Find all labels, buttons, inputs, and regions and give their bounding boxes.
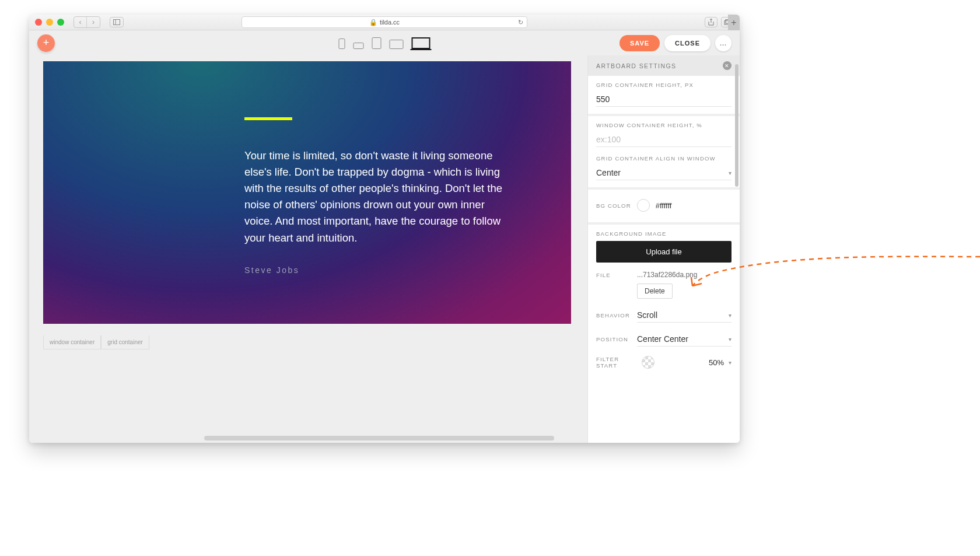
- svg-rect-0: [114, 20, 120, 25]
- quote-author[interactable]: Steve Jobs: [244, 265, 299, 275]
- show-sidebar-button[interactable]: [110, 17, 124, 27]
- save-button[interactable]: SAVE: [620, 35, 660, 51]
- workspace: Your time is limited, so don't waste it …: [29, 55, 740, 443]
- accent-bar[interactable]: [244, 117, 292, 120]
- tab-window-container[interactable]: window container: [43, 335, 101, 349]
- tab-grid-container[interactable]: grid container: [101, 335, 149, 349]
- window-height-label: WINDOW CONTAINER HEIGHT, %: [596, 122, 732, 128]
- position-label: POSITION: [596, 336, 637, 342]
- device-tablet-landscape[interactable]: [390, 40, 404, 49]
- browser-nav-arrows: ‹ ›: [74, 16, 100, 28]
- chevron-down-icon: ▾: [729, 170, 732, 176]
- artboard[interactable]: Your time is limited, so don't waste it …: [43, 61, 571, 324]
- panel-close-button[interactable]: ✕: [723, 61, 732, 70]
- editor-topbar: + SAVE CLOSE ...: [29, 30, 740, 55]
- traffic-lights: [35, 19, 64, 26]
- device-phone-landscape[interactable]: [354, 43, 364, 49]
- grid-height-input[interactable]: [596, 92, 732, 107]
- grid-height-label: GRID CONTAINER HEIGHT, PX: [596, 82, 732, 88]
- device-phone[interactable]: [339, 39, 345, 49]
- add-block-button[interactable]: +: [37, 34, 55, 52]
- more-button[interactable]: ...: [715, 35, 732, 51]
- grid-align-value: Center: [596, 168, 621, 177]
- panel-title: ARTBOARD SETTINGS: [596, 62, 676, 69]
- share-button[interactable]: [705, 17, 718, 27]
- zoom-window-dot[interactable]: [57, 19, 64, 26]
- behavior-label: BEHAVIOR: [596, 312, 637, 319]
- position-value: Center Center: [637, 334, 688, 344]
- back-button[interactable]: ‹: [74, 17, 87, 27]
- device-tablet[interactable]: [372, 37, 382, 49]
- upload-file-button[interactable]: Upload file: [596, 241, 732, 263]
- filter-swatch[interactable]: [642, 356, 654, 369]
- position-row: POSITION Center Center ▾: [596, 332, 732, 347]
- refresh-icon[interactable]: ↻: [518, 19, 523, 26]
- filter-label: FILTER START: [596, 356, 637, 369]
- minimize-window-dot[interactable]: [46, 19, 53, 26]
- device-switcher: [339, 37, 430, 49]
- chevron-down-icon: ▾: [729, 336, 732, 342]
- canvas[interactable]: Your time is limited, so don't waste it …: [29, 55, 587, 443]
- browser-titlebar: ‹ › 🔒 tilda.cc ↻ +: [29, 15, 740, 30]
- section-bg-color: BG COLOR #ffffff: [588, 190, 740, 225]
- window-height-input[interactable]: [596, 132, 732, 147]
- url-text: tilda.cc: [380, 19, 400, 26]
- horizontal-scrollbar[interactable]: [204, 436, 554, 440]
- chevron-down-icon: ▾: [729, 312, 732, 319]
- settings-sidebar: ARTBOARD SETTINGS ✕ GRID CONTAINER HEIGH…: [587, 55, 740, 443]
- plus-icon: +: [43, 37, 50, 49]
- panel-title-row: ARTBOARD SETTINGS ✕: [588, 55, 740, 76]
- container-tabs: window container grid container: [43, 335, 149, 349]
- quote-text[interactable]: Your time is limited, so don't waste it …: [244, 148, 513, 246]
- filter-value: 50%: [709, 358, 724, 367]
- bg-color-label: BG COLOR: [596, 202, 631, 209]
- behavior-select[interactable]: Scroll ▾: [637, 308, 732, 323]
- delete-file-button[interactable]: Delete: [637, 284, 673, 299]
- address-bar[interactable]: 🔒 tilda.cc ↻: [242, 16, 527, 28]
- behavior-value: Scroll: [637, 310, 657, 320]
- section-bg-image: BACKGROUND IMAGE Upload file FILE ...713…: [588, 225, 740, 376]
- browser-window: ‹ › 🔒 tilda.cc ↻ + +: [29, 15, 740, 443]
- bg-image-label: BACKGROUND IMAGE: [596, 230, 732, 237]
- grid-align-label: GRID CONTAINER ALIGN IN WINDOW: [596, 155, 732, 162]
- lock-icon: 🔒: [369, 19, 377, 26]
- new-tab-button[interactable]: +: [728, 15, 740, 30]
- file-row: FILE ...713af2286da.png: [596, 271, 732, 279]
- file-name: ...713af2286da.png: [637, 271, 697, 279]
- section-window-height: WINDOW CONTAINER HEIGHT, % GRID CONTAINE…: [588, 116, 740, 190]
- topbar-actions: SAVE CLOSE ...: [620, 35, 732, 51]
- forward-button[interactable]: ›: [87, 17, 100, 27]
- bg-color-swatch[interactable]: [637, 199, 650, 212]
- section-grid-height: GRID CONTAINER HEIGHT, PX: [588, 76, 740, 116]
- close-icon: ✕: [724, 63, 730, 69]
- behavior-row: BEHAVIOR Scroll ▾: [596, 308, 732, 323]
- bg-color-value[interactable]: #ffffff: [656, 201, 672, 210]
- device-desktop-active[interactable]: [412, 37, 430, 49]
- sidebar-scrollbar[interactable]: [735, 64, 738, 187]
- grid-align-select[interactable]: Center ▾: [596, 166, 732, 180]
- position-select[interactable]: Center Center ▾: [637, 332, 732, 347]
- close-window-dot[interactable]: [35, 19, 42, 26]
- chevron-down-icon: ▾: [729, 359, 732, 366]
- file-label: FILE: [596, 272, 630, 278]
- filter-row: FILTER START 50% ▾: [596, 356, 732, 369]
- editor-app: + SAVE CLOSE ... Your time is limited, s…: [29, 30, 740, 443]
- close-button[interactable]: CLOSE: [664, 35, 710, 51]
